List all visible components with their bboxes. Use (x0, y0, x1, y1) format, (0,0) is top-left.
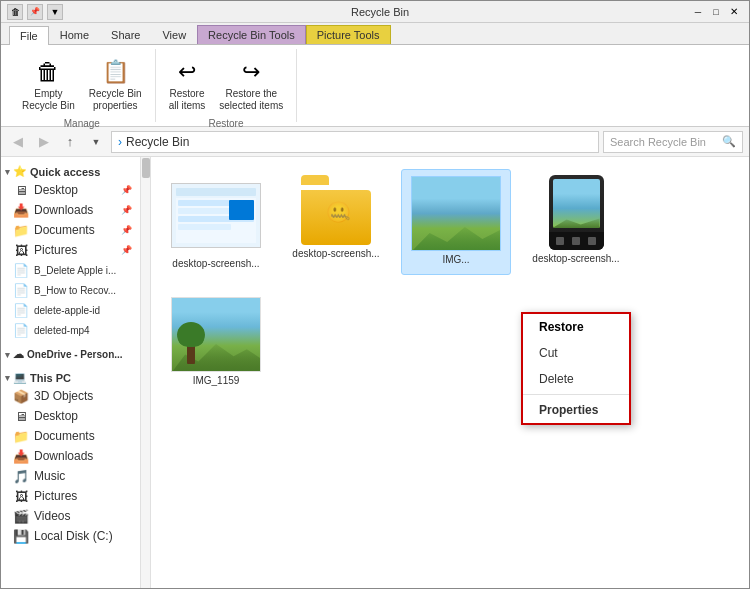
3d-icon: 📦 (13, 388, 29, 404)
zip-icon: 🤐 (326, 200, 351, 224)
onedrive-expand: ▾ (5, 350, 10, 360)
restore-all-label: Restoreall items (169, 88, 206, 112)
file-area[interactable]: desktop-screensh... 🤐 desktop-screensh..… (141, 157, 749, 589)
this-pc-section[interactable]: ▾ 💻 This PC (1, 367, 140, 386)
file-thumb-4 (531, 175, 621, 250)
sidebar-item-pictures[interactable]: 🖼 Pictures 📌 (1, 240, 140, 260)
sidebar-item-delete-apple[interactable]: 📄 delete-apple-id (1, 300, 140, 320)
window-controls[interactable]: ─ □ ✕ (689, 4, 743, 20)
forward-button[interactable]: ▶ (33, 131, 55, 153)
sidebar-item-label: Videos (34, 509, 70, 523)
sidebar-item-b-delete[interactable]: 📄 B_Delete Apple i... (1, 260, 140, 280)
close-button[interactable]: ✕ (725, 4, 743, 20)
sidebar-item-desktop[interactable]: 🖥 Desktop 📌 (1, 180, 140, 200)
file-item-img1159[interactable]: IMG_1159 (161, 291, 271, 392)
file-item-phone[interactable]: desktop-screensh... (521, 169, 631, 275)
sidebar-item-downloads-pc[interactable]: 📥 Downloads (1, 446, 140, 466)
search-box[interactable]: Search Recycle Bin 🔍 (603, 131, 743, 153)
ctx-properties-item[interactable]: Properties (523, 397, 629, 423)
downloads-icon: 📥 (13, 202, 29, 218)
sidebar-item-label: Desktop (34, 183, 78, 197)
sidebar-item-label: Desktop (34, 409, 78, 423)
title-bar: 🗑 📌 ▼ Recycle Bin ─ □ ✕ (1, 1, 749, 23)
sidebar-item-label: Local Disk (C:) (34, 529, 113, 543)
file-item-landscape[interactable]: IMG... (401, 169, 511, 275)
pin-icon-dl: 📌 (121, 205, 132, 215)
sidebar-item-deleted-mp4[interactable]: 📄 deleted-mp4 (1, 320, 140, 340)
ribbon-group-manage: 🗑 EmptyRecycle Bin 📋 Recycle Binproperti… (9, 49, 156, 122)
sidebar-item-local-disk[interactable]: 💾 Local Disk (C:) (1, 526, 140, 546)
empty-recycle-bin-icon: 🗑 (32, 56, 64, 88)
sidebar: ▾ ⭐ Quick access 🖥 Desktop 📌 📥 Downloads… (1, 157, 141, 589)
ctx-cut-item[interactable]: Cut (523, 340, 629, 366)
sidebar-item-pictures-pc[interactable]: 🖼 Pictures (1, 486, 140, 506)
file-name-1: desktop-screensh... (172, 258, 259, 269)
restore-selected-icon: ↪ (235, 56, 267, 88)
window-title: Recycle Bin (71, 6, 689, 18)
restore-selected-button[interactable]: ↪ Restore theselected items (214, 53, 288, 115)
sidebar-item-label: Downloads (34, 449, 93, 463)
recent-locations-button[interactable]: ▼ (85, 131, 107, 153)
sidebar-item-downloads[interactable]: 📥 Downloads 📌 (1, 200, 140, 220)
videos-icon: 🎬 (13, 508, 29, 524)
sidebar-item-label: Music (34, 469, 65, 483)
sidebar-item-videos[interactable]: 🎬 Videos (1, 506, 140, 526)
ctx-divider (523, 394, 629, 395)
quick-access-section[interactable]: ▾ ⭐ Quick access (1, 161, 140, 180)
onedrive-section[interactable]: ▾ ☁ OneDrive - Person... (1, 344, 140, 363)
restore-all-button[interactable]: ↩ Restoreall items (164, 53, 211, 115)
pin-icon-docs: 📌 (121, 225, 132, 235)
recycle-bin-properties-button[interactable]: 📋 Recycle Binproperties (84, 53, 147, 115)
tab-share[interactable]: Share (100, 25, 151, 44)
sidebar-item-3d-objects[interactable]: 📦 3D Objects (1, 386, 140, 406)
context-menu: Restore Cut Delete Properties (521, 312, 631, 425)
tab-home[interactable]: Home (49, 25, 100, 44)
screenshot-image-1 (171, 183, 261, 248)
sidebar-item-documents-pc[interactable]: 📁 Documents (1, 426, 140, 446)
documents-icon: 📁 (13, 222, 29, 238)
path-separator: › (118, 135, 122, 149)
recycle-bin-properties-icon: 📋 (99, 56, 131, 88)
address-path[interactable]: › Recycle Bin (111, 131, 599, 153)
pin-icon-pics: 📌 (121, 245, 132, 255)
restore-selected-label: Restore theselected items (219, 88, 283, 112)
file-icon-3: 📄 (13, 302, 29, 318)
tab-view[interactable]: View (151, 25, 197, 44)
back-button[interactable]: ◀ (7, 131, 29, 153)
file-name-4: desktop-screensh... (532, 253, 619, 264)
file-item-zip-folder[interactable]: 🤐 desktop-screensh... (281, 169, 391, 275)
tab-picture-tools[interactable]: Picture Tools (306, 25, 391, 44)
img1159-image (172, 297, 260, 372)
landscape-image (412, 176, 500, 251)
sidebar-item-label: Documents (34, 223, 95, 237)
sidebar-item-documents[interactable]: 📁 Documents 📌 (1, 220, 140, 240)
file-thumb-3 (411, 176, 501, 251)
sidebar-item-b-how[interactable]: 📄 B_How to Recov... (1, 280, 140, 300)
ctx-delete-item[interactable]: Delete (523, 366, 629, 392)
local-disk-icon: 💾 (13, 528, 29, 544)
tab-file[interactable]: File (9, 26, 49, 45)
onedrive-label: OneDrive - Person... (27, 349, 122, 360)
ctx-restore-item[interactable]: Restore (523, 314, 629, 340)
sidebar-item-label: deleted-mp4 (34, 325, 90, 336)
sidebar-item-music[interactable]: 🎵 Music (1, 466, 140, 486)
pictures-icon: 🖼 (13, 242, 29, 258)
empty-recycle-bin-label: EmptyRecycle Bin (22, 88, 75, 112)
main-layout: ▾ ⭐ Quick access 🖥 Desktop 📌 📥 Downloads… (1, 157, 749, 589)
minimize-button[interactable]: ─ (689, 4, 707, 20)
maximize-button[interactable]: □ (707, 4, 725, 20)
file-item-screenshot1[interactable]: desktop-screensh... (161, 169, 271, 275)
sidebar-item-desktop-pc[interactable]: 🖥 Desktop (1, 406, 140, 426)
quick-access-label: Quick access (30, 166, 100, 178)
restore-all-icon: ↩ (171, 56, 203, 88)
up-button[interactable]: ↑ (59, 131, 81, 153)
sidebar-item-label: Pictures (34, 489, 77, 503)
file-name-3: IMG... (442, 254, 469, 265)
search-icon: 🔍 (722, 135, 736, 148)
empty-recycle-bin-button[interactable]: 🗑 EmptyRecycle Bin (17, 53, 80, 115)
tab-recycle-bin-tools[interactable]: Recycle Bin Tools (197, 25, 306, 44)
sidebar-item-label: B_How to Recov... (34, 285, 116, 296)
ribbon-tabs: File Home Share View Recycle Bin Tools P… (1, 23, 749, 45)
this-pc-icon: 💻 (13, 371, 27, 384)
sidebar-item-label: B_Delete Apple i... (34, 265, 116, 276)
